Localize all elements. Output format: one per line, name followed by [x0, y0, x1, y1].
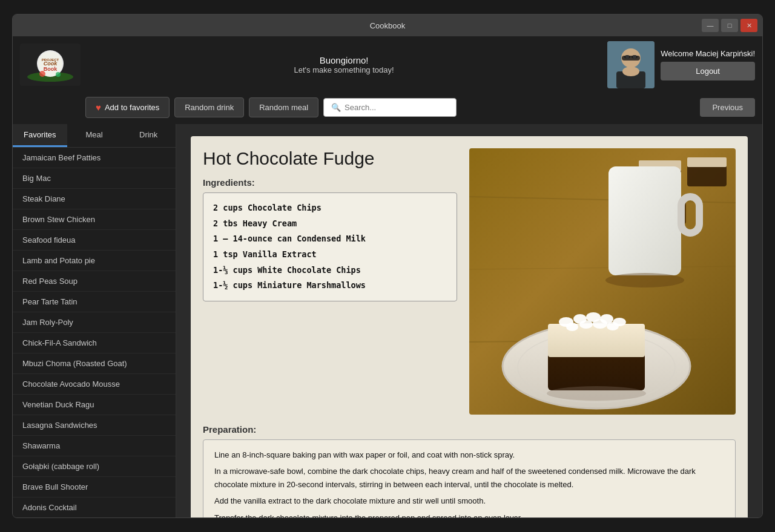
search-input[interactable]: [345, 103, 449, 112]
list-item[interactable]: Big Mac: [13, 168, 176, 189]
list-item[interactable]: Jam Roly-Poly: [13, 312, 176, 333]
svg-point-15: [625, 55, 629, 59]
recipe-title: Hot Chocolate Fudge: [203, 148, 457, 169]
greeting-sub: Let's make something today!: [88, 65, 600, 74]
list-item[interactable]: Seafood fideua: [13, 230, 176, 251]
welcome-text: Welcome Maciej Karpiński!: [661, 49, 755, 58]
svg-point-40: [579, 320, 593, 329]
list-item[interactable]: Gołąbki (cabbage roll): [13, 456, 176, 477]
svg-text:Book: Book: [44, 66, 58, 72]
header: PROJECT Cook Book Buongiorno! Let's make…: [13, 36, 762, 93]
list-item[interactable]: Chocolate Avocado Mousse: [13, 374, 176, 395]
user-area: Welcome Maciej Karpiński! Logout: [607, 41, 755, 88]
main-content: Favorites Meal Drink Jamaican Beef Patti…: [13, 124, 762, 517]
greeting-top: Buongiorno!: [88, 55, 600, 65]
list-item[interactable]: Adonis Cocktail: [13, 498, 176, 517]
svg-point-42: [607, 322, 619, 330]
list-item[interactable]: Jamaican Beef Patties: [13, 148, 176, 168]
svg-rect-25: [687, 157, 727, 167]
svg-rect-26: [608, 166, 681, 275]
svg-point-11: [622, 67, 639, 76]
add-favorites-label: Add to favorites: [105, 103, 159, 112]
add-favorites-button[interactable]: ♥ Add to favorites: [85, 97, 170, 118]
svg-point-28: [605, 273, 684, 287]
tabs: Favorites Meal Drink: [13, 124, 176, 148]
title-bar: Cookbook — □ ✕: [13, 15, 762, 36]
svg-point-6: [39, 71, 45, 77]
recipe-area: Hot Chocolate Fudge Ingredients: 2 cups …: [176, 124, 762, 517]
logo: PROJECT Cook Book: [20, 44, 81, 86]
list-item[interactable]: Venetian Duck Ragu: [13, 395, 176, 415]
user-avatar: [607, 41, 655, 88]
minimize-button[interactable]: —: [702, 19, 719, 32]
previous-button[interactable]: Previous: [700, 98, 755, 117]
ingredient-item: 1-⅓ cups White Chocolate Chips: [213, 263, 447, 278]
list-item[interactable]: Brown Stew Chicken: [13, 209, 176, 230]
close-button[interactable]: ✕: [740, 19, 757, 32]
sidebar: Favorites Meal Drink Jamaican Beef Patti…: [13, 124, 176, 517]
list-item[interactable]: Steak Diane: [13, 189, 176, 209]
ingredients-label: Ingredients:: [203, 177, 457, 188]
svg-point-43: [547, 386, 646, 401]
recipe-image: [469, 148, 736, 415]
preparation-label: Preparation:: [203, 424, 736, 435]
list-item[interactable]: Lasagna Sandwiches: [13, 415, 176, 436]
svg-point-41: [593, 319, 607, 329]
tab-favorites[interactable]: Favorites: [13, 124, 67, 147]
recipe-content: Hot Chocolate Fudge Ingredients: 2 cups …: [191, 136, 748, 517]
app-window: Cookbook — □ ✕ PROJECT Cook Book Buongio…: [12, 14, 763, 518]
random-drink-button[interactable]: Random drink: [174, 97, 244, 117]
greeting-area: Buongiorno! Let's make something today!: [88, 55, 600, 74]
recipe-left: Hot Chocolate Fudge Ingredients: 2 cups …: [203, 148, 457, 415]
prep-line: Add the vanilla extract to the dark choc…: [214, 494, 724, 507]
ingredient-item: 2 tbs Heavy Cream: [213, 216, 447, 232]
search-icon: 🔍: [331, 103, 341, 112]
logo-svg: PROJECT Cook Book: [23, 47, 78, 83]
svg-rect-33: [548, 324, 645, 357]
list-item[interactable]: Brave Bull Shooter: [13, 477, 176, 498]
toolbar: ♥ Add to favorites Random drink Random m…: [13, 93, 762, 124]
list-item[interactable]: Lamb and Potato pie: [13, 251, 176, 271]
ingredients-box: 2 cups Chocolate Chips 2 tbs Heavy Cream…: [203, 192, 457, 301]
user-photo: [607, 41, 655, 88]
prep-line: Transfer the dark chocolate mixture into…: [214, 511, 724, 517]
list-item[interactable]: Chick-Fil-A Sandwich: [13, 333, 176, 353]
list-item[interactable]: Mbuzi Choma (Roasted Goat): [13, 353, 176, 374]
list-item[interactable]: Pear Tarte Tatin: [13, 292, 176, 312]
svg-point-39: [566, 323, 578, 331]
recipe-image-svg: [469, 148, 736, 415]
heart-icon: ♥: [96, 102, 101, 113]
search-box[interactable]: 🔍: [323, 98, 457, 117]
window-controls: — □ ✕: [702, 19, 757, 32]
ingredient-item: 1 – 14-ounce can Condensed Milk: [213, 231, 447, 247]
tab-meal[interactable]: Meal: [67, 124, 122, 147]
list-item[interactable]: Shawarma: [13, 436, 176, 456]
ingredient-item: 1 tsp Vanilla Extract: [213, 247, 447, 263]
tab-drink[interactable]: Drink: [121, 124, 176, 147]
avatar-svg: [607, 41, 655, 88]
prep-line: In a microwave-safe bowl, combine the da…: [214, 465, 724, 491]
recipe-header: Hot Chocolate Fudge Ingredients: 2 cups …: [203, 148, 736, 415]
preparation-box: Line an 8-inch-square baking pan with wa…: [203, 439, 736, 517]
prep-line: Line an 8-inch-square baking pan with wa…: [214, 448, 724, 461]
ingredient-item: 2 cups Chocolate Chips: [213, 200, 447, 216]
user-actions: Welcome Maciej Karpiński! Logout: [661, 49, 755, 80]
window-title: Cookbook: [370, 21, 406, 30]
svg-point-7: [56, 72, 61, 77]
ingredient-item: 1-½ cups Miniature Marshmallows: [213, 278, 447, 294]
maximize-button[interactable]: □: [721, 19, 738, 32]
svg-point-16: [633, 55, 636, 59]
logout-button[interactable]: Logout: [661, 62, 755, 80]
recipe-list: Jamaican Beef Patties Big Mac Steak Dian…: [13, 148, 176, 517]
list-item[interactable]: Red Peas Soup: [13, 271, 176, 292]
random-meal-button[interactable]: Random meal: [249, 97, 318, 117]
